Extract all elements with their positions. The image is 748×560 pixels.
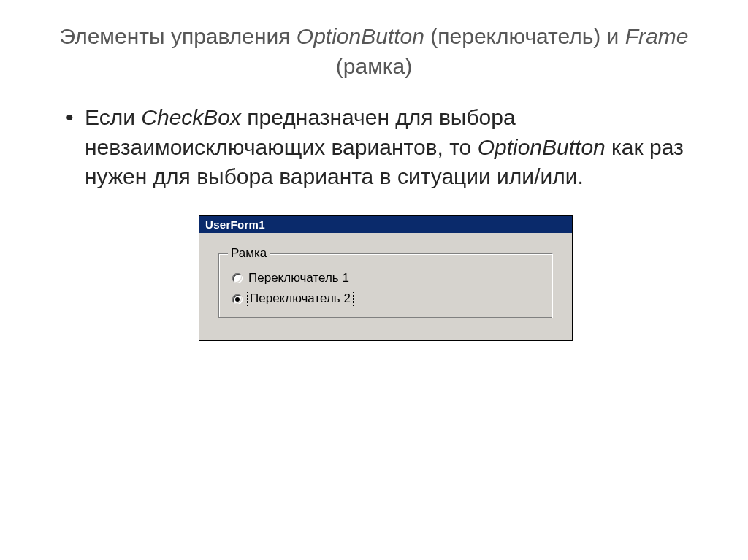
window-titlebar: UserForm1 [199,216,572,233]
radio-icon [232,273,243,283]
slide-title: Элементы управления OptionButton (перекл… [44,22,704,81]
frame-caption: Рамка [228,246,270,261]
slide-body: Если CheckBox предназначен для выбора не… [66,103,704,341]
title-em-2: Frame [625,24,689,48]
bullet-text-1: Если [85,105,141,129]
frame-groupbox: Рамка Переключатель 1 Переключатель 2 [218,253,553,318]
window-title: UserForm1 [205,218,265,231]
title-text-2: (переключатель) и [424,24,625,48]
title-text-1: Элементы управления [60,24,297,48]
option-label: Переключатель 1 [248,272,349,285]
option-button-1[interactable]: Переключатель 1 [232,272,542,285]
title-em-1: OptionButton [297,24,424,48]
userform-window: UserForm1 Рамка Переключатель 1 Переключ… [199,215,573,341]
bullet-list: Если CheckBox предназначен для выбора не… [66,103,704,192]
userform-figure: UserForm1 Рамка Переключатель 1 Переключ… [199,215,571,341]
radio-icon [232,294,243,304]
slide: Элементы управления OptionButton (перекл… [0,0,748,560]
bullet-em-1: CheckBox [141,105,241,129]
option-button-2[interactable]: Переключатель 2 [232,292,542,306]
title-text-3: (рамка) [336,54,412,78]
bullet-em-2: OptionButton [478,135,606,159]
option-label: Переключатель 2 [248,292,352,306]
window-client-area: Рамка Переключатель 1 Переключатель 2 [199,233,572,340]
bullet-item: Если CheckBox предназначен для выбора не… [66,103,704,192]
